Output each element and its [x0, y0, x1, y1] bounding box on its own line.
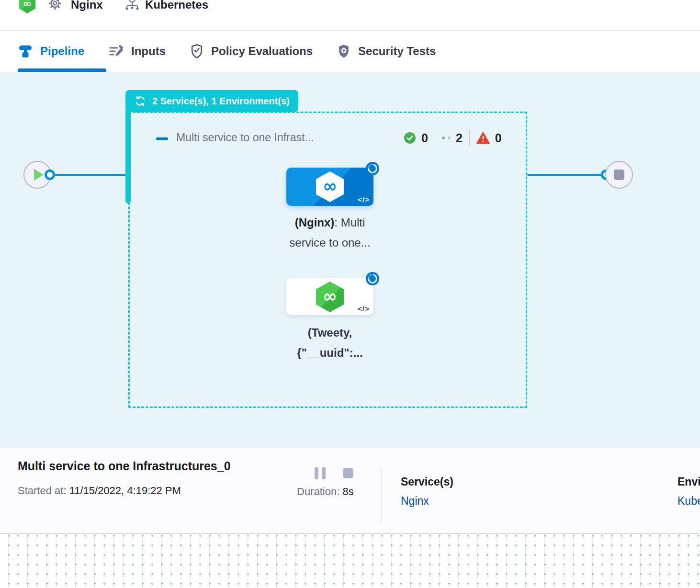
edge-port-start: [45, 170, 55, 180]
kubernetes-environment-icon: [124, 0, 140, 12]
services-link[interactable]: Nginx: [401, 495, 453, 508]
header-service-name: Nginx: [71, 0, 103, 11]
stage-matrix-badge[interactable]: 2 Service(s), 1 Environment(s): [125, 90, 298, 112]
execution-title: Multi service to one Infrastructures_0: [18, 459, 231, 473]
edge-stage-to-end: [527, 174, 606, 176]
node-nginx-name: (Nginx): [295, 216, 335, 229]
environments-link[interactable]: Kubernetes: [677, 495, 700, 508]
node-nginx-card[interactable]: ∞ </>: [286, 168, 373, 206]
execution-tabbar: Pipeline Inputs: [0, 31, 700, 72]
failed-warning-icon: [476, 132, 490, 144]
success-check-icon: [404, 132, 416, 144]
started-at: Started at: 11/15/2022, 4:19:22 PM: [18, 485, 181, 497]
console-grid-area: [0, 533, 700, 588]
tab-policy-label: Policy Evaluations: [211, 45, 313, 58]
stage-badge-tail: [125, 110, 131, 204]
node-nginx-name-rest: : Multi: [334, 216, 365, 229]
stage-badge-label: 2 Service(s), 1 Environment(s): [152, 96, 290, 107]
tab-security-label: Security Tests: [358, 45, 436, 58]
node-tweety-label-line1: (Tweety,: [256, 323, 404, 343]
gear-icon: [47, 0, 63, 11]
end-node: [605, 161, 633, 189]
edge-start-to-stage: [51, 174, 128, 176]
inputs-icon: [108, 44, 124, 59]
running-spinner-badge: [366, 272, 379, 285]
tab-inputs-label: Inputs: [131, 45, 166, 58]
play-icon: [34, 169, 44, 181]
shield-scan-icon: [337, 44, 351, 59]
active-tab-underline: [18, 68, 106, 72]
node-nginx-label: (Nginx): Multi service to one...: [256, 213, 404, 253]
stage-title: Multi service to one Infrast...: [176, 131, 314, 144]
loop-refresh-icon: [134, 95, 147, 107]
pipeline-canvas: 2 Service(s), 1 Environment(s) Multi ser…: [0, 72, 700, 448]
success-count: 0: [421, 131, 428, 145]
running-spinner-badge: [366, 162, 379, 175]
environments-block: Environment(s) Kubernetes: [677, 475, 700, 508]
duration-label: Duration:: [297, 486, 339, 498]
pause-button[interactable]: [315, 467, 326, 479]
footer-divider: [381, 467, 382, 522]
stage-dashed-boundary: [128, 112, 527, 408]
pending-count: 2: [456, 131, 463, 145]
counter-divider: [469, 130, 470, 146]
tab-security-tests[interactable]: Security Tests: [337, 44, 436, 59]
execution-header: ∞ Nginx: [0, 0, 700, 31]
duration-value: 8s: [342, 486, 353, 498]
started-at-value: : 11/15/2022, 4:19:22 PM: [63, 485, 181, 497]
pipeline-icon: [18, 44, 33, 59]
header-environment-name: Kubernetes: [145, 0, 208, 11]
tab-pipeline-label: Pipeline: [40, 45, 84, 58]
duration: Duration: 8s: [297, 486, 354, 498]
started-at-label: Started at: [18, 485, 63, 497]
counter-divider: [435, 130, 435, 146]
harness-service-icon-green: ∞: [316, 282, 344, 312]
shield-check-icon: [190, 44, 204, 59]
stop-icon: [614, 170, 624, 180]
tab-inputs[interactable]: Inputs: [108, 44, 166, 59]
harness-logo-icon: ∞: [19, 0, 35, 13]
tab-policy-evaluations[interactable]: Policy Evaluations: [190, 44, 313, 59]
environments-label: Environment(s): [677, 475, 700, 488]
node-nginx-label-line2: service to one...: [256, 233, 404, 253]
services-block: Service(s) Nginx: [401, 475, 453, 508]
tab-pipeline[interactable]: Pipeline: [18, 44, 84, 59]
harness-service-icon: ∞: [316, 171, 344, 202]
pipeline-execution-page: ∞ Nginx: [0, 0, 700, 588]
node-tweety-label: (Tweety, {"__uuid":...: [256, 323, 404, 363]
execution-summary-bar: Multi service to one Infrastructures_0 S…: [0, 448, 700, 533]
code-icon: </>: [358, 195, 370, 204]
node-tweety-label-line2: {"__uuid":...: [256, 343, 404, 363]
stage-step-counters: 0 2 0: [404, 129, 502, 147]
code-icon: </>: [358, 305, 370, 313]
pending-dots-icon: [442, 136, 451, 139]
services-label: Service(s): [401, 475, 453, 488]
node-tweety-card[interactable]: ∞ </>: [286, 278, 373, 315]
failed-count: 0: [495, 131, 502, 145]
abort-button[interactable]: [343, 468, 353, 478]
collapse-stage-button[interactable]: [156, 137, 168, 140]
